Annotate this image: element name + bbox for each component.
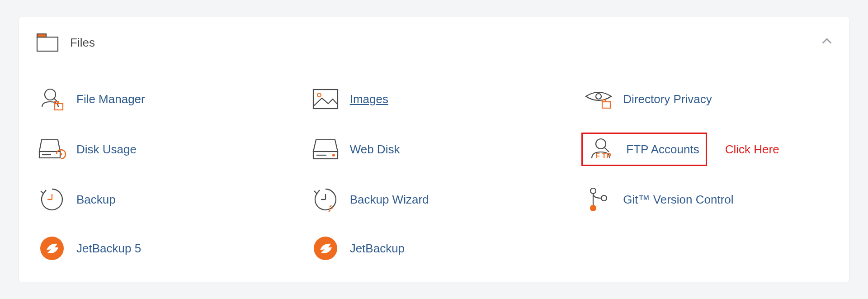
file-manager-link[interactable]: File Manager [35,84,150,114]
jetbackup5-icon [39,236,65,261]
svg-point-25 [601,195,607,201]
git-version-control-link[interactable]: Git™ Version Control [581,184,738,215]
git-label: Git™ Version Control [623,193,733,207]
images-link[interactable]: Images [308,84,393,114]
ftp-accounts-icon: F TP [589,137,614,162]
svg-point-2 [45,89,56,100]
svg-point-17 [596,139,606,149]
svg-rect-0 [37,37,58,51]
files-panel-header: Files [19,17,849,68]
svg-line-18 [604,147,609,152]
images-label: Images [350,92,388,106]
svg-text:F TP: F TP [595,152,611,160]
disk-usage-label: Disk Usage [76,142,137,157]
web-disk-icon [313,137,338,162]
collapse-toggle[interactable] [821,35,833,50]
svg-rect-10 [602,100,606,102]
backup-link[interactable]: Backup [35,184,120,215]
images-icon [313,86,338,112]
file-manager-label: File Manager [76,92,145,106]
ftp-accounts-highlight: F TP FTP Accounts [581,133,707,166]
svg-point-13 [60,153,62,156]
web-disk-label: Web Disk [350,142,400,157]
backup-wizard-icon [313,187,338,212]
click-here-annotation: Click Here [725,142,779,157]
jetbackup5-label: JetBackup 5 [76,242,141,256]
backup-label: Backup [76,193,116,207]
files-panel: Files [18,17,850,282]
folder-icon [35,30,60,55]
ftp-accounts-link[interactable]: F TP FTP Accounts [589,137,699,162]
jetbackup-icon [313,236,338,261]
directory-privacy-icon [586,86,611,112]
svg-point-7 [317,93,321,97]
svg-point-24 [590,188,596,194]
backup-wizard-link[interactable]: Backup Wizard [308,184,434,215]
svg-point-26 [590,205,596,211]
web-disk-link[interactable]: Web Disk [308,134,405,165]
jetbackup-label: JetBackup [350,242,405,256]
jetbackup-link[interactable]: JetBackup [308,233,409,264]
files-grid: File Manager Images [19,68,849,282]
panel-title: Files [70,36,95,50]
file-manager-icon [39,86,65,112]
git-icon [586,187,611,212]
svg-point-16 [332,154,335,157]
jetbackup5-link[interactable]: JetBackup 5 [35,233,146,264]
backup-icon [39,187,65,212]
directory-privacy-link[interactable]: Directory Privacy [581,84,716,114]
disk-usage-icon [39,137,65,162]
ftp-accounts-label: FTP Accounts [626,142,699,157]
disk-usage-link[interactable]: Disk Usage [35,134,141,165]
directory-privacy-label: Directory Privacy [623,92,712,106]
svg-rect-6 [313,90,338,109]
svg-rect-9 [602,102,610,108]
svg-point-8 [596,94,601,99]
svg-rect-1 [37,34,46,37]
backup-wizard-label: Backup Wizard [350,193,429,207]
